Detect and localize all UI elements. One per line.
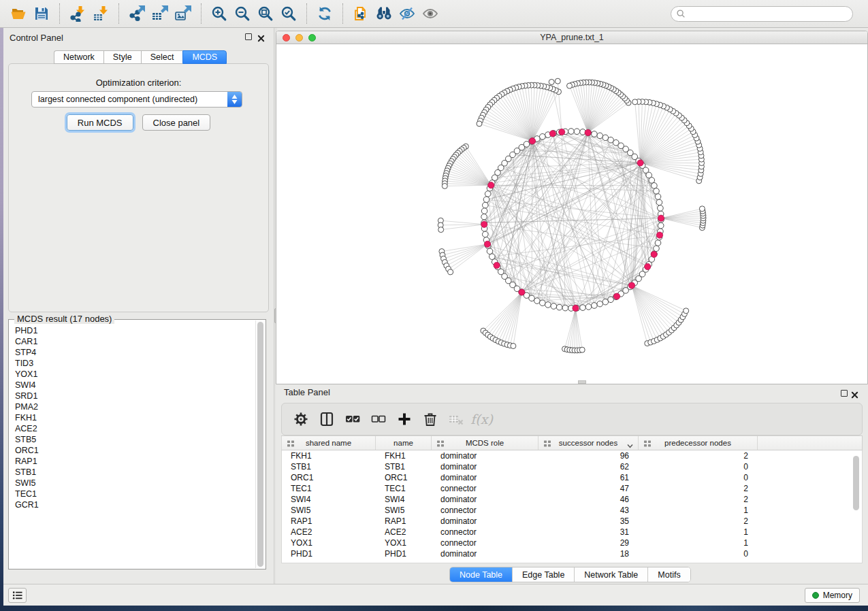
sort-chevron-icon[interactable] bbox=[627, 442, 633, 446]
list-item[interactable]: GCR1 bbox=[15, 499, 255, 510]
refresh-button[interactable] bbox=[313, 3, 336, 24]
import-network-button[interactable] bbox=[66, 3, 89, 24]
list-item[interactable]: STB1 bbox=[15, 467, 255, 478]
network-graph[interactable] bbox=[276, 44, 868, 384]
ring-nodes[interactable] bbox=[438, 78, 706, 353]
mcds-node[interactable] bbox=[494, 262, 500, 268]
open-file-button[interactable] bbox=[7, 3, 30, 24]
list-item[interactable]: PHD1 bbox=[15, 325, 255, 336]
task-history-button[interactable] bbox=[8, 588, 27, 603]
table-row[interactable]: PHD1PHD1dominator180 bbox=[282, 548, 862, 559]
float-panel-icon[interactable] bbox=[841, 390, 848, 397]
list-item[interactable]: STB5 bbox=[15, 434, 255, 445]
table-row[interactable]: FKH1FKH1dominator962 bbox=[282, 450, 862, 461]
list-item[interactable]: SRD1 bbox=[15, 391, 255, 401]
table-row[interactable]: RAP1RAP1dominator352 bbox=[282, 516, 862, 527]
add-button[interactable] bbox=[393, 408, 415, 431]
list-item[interactable]: PMA2 bbox=[15, 401, 255, 412]
list-item[interactable]: FKH1 bbox=[15, 412, 255, 423]
column-header[interactable]: shared name bbox=[281, 436, 375, 450]
scrollbar-thumb[interactable] bbox=[853, 456, 859, 510]
delete-table-button[interactable] bbox=[445, 408, 466, 431]
list-item[interactable]: CAR1 bbox=[15, 336, 255, 347]
mcds-node[interactable] bbox=[484, 241, 490, 247]
hide-selected-button[interactable] bbox=[396, 3, 419, 24]
column-header[interactable]: successor nodes bbox=[538, 436, 638, 450]
mcds-node[interactable] bbox=[549, 131, 556, 137]
mcds-node[interactable] bbox=[628, 282, 634, 288]
export-network-button[interactable] bbox=[125, 3, 148, 24]
list-item[interactable]: STP4 bbox=[15, 347, 255, 358]
tab-node-table[interactable]: Node Table bbox=[450, 567, 512, 582]
export-table-button[interactable] bbox=[148, 3, 172, 24]
list-item[interactable]: SWI5 bbox=[15, 478, 255, 489]
tab-network-table[interactable]: Network Table bbox=[574, 567, 647, 582]
scrollbar-thumb[interactable] bbox=[257, 322, 263, 567]
table-row[interactable]: YOX1YOX1connector291 bbox=[282, 538, 862, 548]
table-scrollbar[interactable] bbox=[852, 453, 860, 561]
tab-mcds[interactable]: MCDS bbox=[182, 50, 227, 64]
mcds-node[interactable] bbox=[529, 138, 535, 144]
zoom-fit-button[interactable] bbox=[254, 3, 277, 24]
table-row[interactable]: STB1STB1dominator620 bbox=[282, 461, 862, 472]
show-all-button[interactable] bbox=[419, 3, 442, 24]
list-item[interactable]: ORC1 bbox=[15, 445, 255, 456]
mcds-node[interactable] bbox=[613, 293, 620, 299]
optimization-criterion-dropdown[interactable]: largest connected component (undirected) bbox=[31, 91, 242, 108]
list-item[interactable]: SWI4 bbox=[15, 380, 255, 391]
close-panel-button[interactable]: Close panel bbox=[142, 114, 211, 131]
list-item[interactable]: TID3 bbox=[15, 358, 255, 369]
table-row[interactable]: SWI4SWI4dominator462 bbox=[282, 494, 862, 505]
close-panel-icon[interactable] bbox=[257, 33, 266, 41]
mcds-node[interactable] bbox=[585, 129, 591, 135]
select-all-button[interactable] bbox=[342, 408, 363, 431]
mcds-node[interactable] bbox=[559, 129, 565, 135]
mcds-node[interactable] bbox=[488, 182, 494, 188]
list-item[interactable]: YOX1 bbox=[15, 369, 255, 380]
close-panel-icon[interactable] bbox=[851, 389, 859, 397]
memory-button[interactable]: Memory bbox=[805, 588, 860, 603]
float-panel-icon[interactable] bbox=[245, 33, 252, 40]
network-window-titlebar[interactable]: YPA_prune.txt_1 bbox=[276, 31, 867, 44]
function-builder-button[interactable]: f(x) bbox=[471, 408, 492, 431]
mcds-node[interactable] bbox=[651, 251, 657, 257]
minimize-window-icon[interactable] bbox=[295, 34, 303, 42]
mcds-node[interactable] bbox=[656, 232, 662, 238]
table-row[interactable]: ACE2ACE2connector311 bbox=[282, 527, 862, 538]
mcds-node[interactable] bbox=[481, 221, 487, 227]
search-input[interactable] bbox=[671, 6, 853, 22]
export-image-button[interactable] bbox=[172, 3, 195, 24]
table-row[interactable]: ORC1ORC1dominator610 bbox=[282, 472, 862, 483]
find-button[interactable] bbox=[372, 3, 396, 24]
list-item[interactable]: TEC1 bbox=[15, 489, 255, 499]
mcds-node[interactable] bbox=[573, 305, 579, 311]
list-item[interactable]: ACE2 bbox=[15, 423, 255, 434]
tab-style[interactable]: Style bbox=[103, 50, 141, 64]
table-row[interactable]: TEC1TEC1connector472 bbox=[282, 483, 862, 494]
list-item[interactable]: RAP1 bbox=[15, 456, 255, 467]
maximize-window-icon[interactable] bbox=[308, 34, 316, 42]
close-window-icon[interactable] bbox=[283, 34, 290, 42]
mcds-node[interactable] bbox=[645, 263, 651, 269]
horizontal-splitter-handle[interactable] bbox=[578, 380, 586, 384]
split-panel-button[interactable] bbox=[316, 408, 337, 431]
tab-network[interactable]: Network bbox=[54, 50, 103, 64]
table-row[interactable]: SWI5SWI5connector431 bbox=[282, 505, 862, 516]
column-header[interactable]: name bbox=[375, 436, 431, 450]
zoom-in-button[interactable] bbox=[208, 3, 231, 24]
mcds-node[interactable] bbox=[519, 289, 525, 295]
clone-network-button[interactable] bbox=[349, 3, 372, 24]
mcds-node[interactable] bbox=[637, 160, 643, 166]
mcds-node[interactable] bbox=[658, 215, 664, 221]
delete-button[interactable] bbox=[419, 408, 440, 431]
run-mcds-button[interactable]: Run MCDS bbox=[67, 114, 133, 131]
tab-edge-table[interactable]: Edge Table bbox=[512, 567, 574, 582]
tab-select[interactable]: Select bbox=[141, 50, 183, 64]
save-session-button[interactable] bbox=[30, 3, 53, 24]
column-header[interactable]: MCDS role bbox=[431, 436, 538, 450]
column-header[interactable]: predecessor nodes bbox=[638, 436, 757, 450]
zoom-selected-button[interactable] bbox=[277, 3, 300, 24]
mcds-list-scrollbar[interactable] bbox=[255, 320, 265, 568]
tab-motifs[interactable]: Motifs bbox=[647, 567, 690, 582]
settings-button[interactable] bbox=[290, 408, 311, 431]
